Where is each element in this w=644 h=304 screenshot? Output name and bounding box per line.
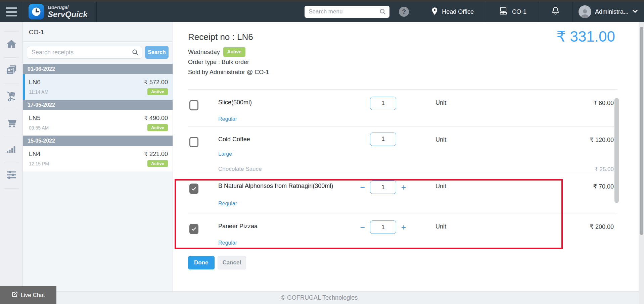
receipt-search-button[interactable]: Search — [145, 46, 169, 59]
receipt-list-item[interactable]: LN5 ₹ 490.00 09:55 AM Active — [23, 110, 173, 136]
menu-search — [305, 6, 389, 18]
order-item-row: B Natural Alphonsos from Ratnagiri(300ml… — [188, 173, 617, 213]
status-badge: Active — [147, 88, 168, 95]
sidebar-item-receipts[interactable] — [0, 58, 22, 84]
store-label: CO-1 — [23, 22, 173, 42]
order-item-row: Slice(500ml) − + Unit ₹ 60.00 Regular — [188, 89, 617, 126]
user-label: Administra... — [595, 8, 629, 15]
brand-logo[interactable]: GoFrugal ServQuick — [23, 4, 96, 19]
receipt-time: 12:15 PM — [29, 161, 49, 166]
chevron-down-icon — [632, 9, 638, 15]
location-selector[interactable]: Head Office — [419, 2, 486, 22]
window-scrollbar-thumb[interactable] — [640, 27, 643, 235]
done-button[interactable]: Done — [188, 256, 215, 269]
servquick-logo-icon — [29, 4, 44, 19]
receipt-amount: ₹ 490.00 — [144, 114, 168, 122]
receipt-detail: Receipt no : LN6 WednesdayActive Order t… — [173, 22, 639, 291]
item-variant-link[interactable]: Regular — [218, 116, 360, 124]
receipts-icon — [5, 64, 17, 77]
sidebar-item-home[interactable] — [0, 32, 22, 57]
item-variant-link[interactable]: Regular — [218, 240, 360, 248]
hamburger-menu-button[interactable] — [0, 7, 23, 16]
quantity-increase-button[interactable]: + — [401, 223, 407, 232]
cancel-button[interactable]: Cancel — [218, 256, 246, 269]
search-icon[interactable] — [132, 49, 139, 57]
receipt-id: LN5 — [29, 114, 41, 122]
item-checkbox[interactable] — [189, 224, 198, 234]
order-item-row: Cold Coffee − + Unit ₹ 120.00 Large Choc… — [188, 126, 617, 173]
quantity-increase-button[interactable]: + — [401, 183, 407, 192]
avatar — [579, 5, 591, 18]
user-menu[interactable]: Administra... — [572, 2, 644, 22]
sold-by-label: Sold by Administrator @ CO-1 — [188, 68, 639, 77]
external-link-icon — [12, 291, 18, 299]
location-label: Head Office — [442, 8, 474, 15]
order-item-row: Paneer Pizzaa − + Unit ₹ 200.00 Regular — [188, 213, 617, 251]
order-type-label: Order type : Bulk order — [188, 58, 639, 67]
date-group-header: 17-05-2022 — [23, 100, 173, 110]
receipt-search-input[interactable] — [27, 46, 142, 59]
receipts-panel: CO-1 Search 01-06-2022 LN6 ₹ 572.00 11:1… — [23, 22, 173, 291]
quantity-decrease-button[interactable]: − — [360, 183, 366, 192]
item-unit: Unit — [431, 219, 474, 235]
status-badge: Active — [147, 160, 168, 167]
receipt-id: LN4 — [29, 150, 41, 158]
receipt-list-item[interactable]: LN4 ₹ 221.00 12:15 PM Active — [23, 146, 173, 171]
top-navbar: GoFrugal ServQuick ? Head Office CO-1 — [0, 0, 644, 22]
notifications-button[interactable] — [539, 2, 572, 22]
receipt-search-bar: Search — [23, 42, 173, 64]
sidebar-item-purchase[interactable] — [0, 84, 22, 110]
item-checkbox[interactable] — [189, 137, 198, 147]
pos-terminal-icon — [498, 6, 508, 17]
status-badge: Active — [223, 47, 245, 57]
items-scrollbar-thumb[interactable] — [614, 98, 619, 203]
terminal-selector[interactable]: CO-1 — [486, 2, 539, 22]
quantity-decrease-button[interactable]: − — [360, 223, 366, 232]
item-price: ₹ 120.00 — [474, 133, 615, 146]
date-group-header: 15-05-2022 — [23, 136, 173, 146]
quantity-input[interactable] — [370, 220, 396, 234]
item-checkbox[interactable] — [189, 184, 198, 194]
item-price: ₹ 70.00 — [474, 179, 615, 196]
brand-bottom-label: ServQuick — [48, 10, 88, 18]
live-chat-button[interactable]: Live Chat — [0, 286, 56, 304]
order-items-list: Slice(500ml) − + Unit ₹ 60.00 Regular Co… — [188, 89, 617, 251]
quantity-input[interactable] — [370, 181, 396, 194]
brand-top-label: GoFrugal — [48, 5, 88, 10]
item-addon-price: ₹ 25.00 — [474, 166, 615, 173]
hamburger-icon — [6, 7, 17, 16]
receipt-amount: ₹ 221.00 — [144, 150, 168, 158]
item-price: ₹ 200.00 — [474, 219, 615, 235]
receipt-total: ₹ 331.00 — [556, 28, 615, 45]
quantity-input[interactable] — [370, 133, 396, 146]
item-checkbox[interactable] — [189, 100, 198, 110]
window-scrollbar[interactable] — [639, 22, 644, 304]
item-name: B Natural Alphonsos from Ratnagiri(300ml… — [218, 179, 360, 196]
receipt-amount: ₹ 572.00 — [144, 79, 168, 86]
sliders-icon — [5, 169, 17, 182]
day-label: Wednesday — [188, 49, 220, 55]
quantity-input[interactable] — [370, 97, 396, 110]
item-name: Cold Coffee — [218, 133, 360, 146]
live-chat-label: Live Chat — [21, 292, 45, 299]
sidebar-divider — [4, 188, 18, 189]
navbar-divider — [96, 2, 97, 22]
item-unit: Unit — [431, 179, 474, 196]
menu-search-input[interactable] — [305, 6, 389, 18]
status-badge: Active — [147, 124, 168, 131]
search-icon[interactable] — [379, 8, 386, 17]
sidebar-item-reports[interactable] — [0, 136, 22, 162]
item-variant-link[interactable]: Large — [218, 151, 360, 157]
footer: © GOFRUGAL Technologies — [0, 291, 639, 304]
receipt-time: 09:55 AM — [29, 125, 49, 131]
left-sidebar — [0, 22, 23, 291]
help-button[interactable]: ? — [399, 7, 409, 17]
receipt-time: 11:14 AM — [29, 89, 48, 95]
item-variant-link[interactable]: Regular — [218, 201, 360, 210]
sidebar-item-settings[interactable] — [0, 162, 22, 188]
hand-truck-icon — [5, 91, 17, 103]
sidebar-item-sales[interactable] — [0, 110, 22, 136]
terminal-label: CO-1 — [512, 8, 526, 15]
item-addon-name: Chocolate Sauce — [218, 166, 360, 173]
receipt-list-item[interactable]: LN6 ₹ 572.00 11:14 AM Active — [23, 74, 173, 100]
